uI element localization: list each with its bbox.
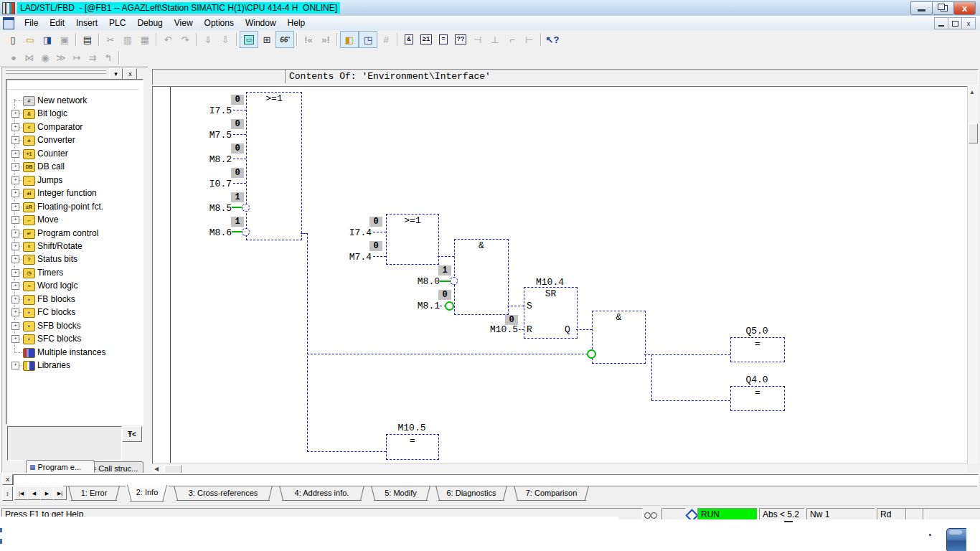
- insert-assign-button[interactable]: =: [435, 32, 452, 47]
- set-breakpoint-button[interactable]: ●: [6, 50, 22, 65]
- save-button[interactable]: ▣: [56, 32, 73, 47]
- overview-pane-button[interactable]: ◧: [340, 31, 359, 48]
- operand-M8.6[interactable]: M8.6: [192, 227, 232, 238]
- breakpoints-active-button[interactable]: ◉: [37, 50, 53, 65]
- vertical-scroll-thumb[interactable]: [969, 123, 978, 143]
- program-elements-button[interactable]: ▭: [240, 31, 258, 48]
- operand-M8.5[interactable]: M8.5: [192, 203, 232, 214]
- sidebar-item-fc-blocks[interactable]: +▪FC blocks: [9, 306, 143, 319]
- sidebar-item-new-network[interactable]: #New network: [9, 94, 143, 107]
- help-select-button[interactable]: ↖?: [544, 32, 561, 47]
- expand-plus-icon[interactable]: +: [11, 176, 19, 184]
- sidebar-item-integer-function[interactable]: +±IInteger function: [9, 187, 143, 199]
- insert-and-box-button[interactable]: &: [400, 32, 418, 47]
- insert-or-box-button[interactable]: ≥1: [418, 32, 435, 47]
- and-block-2[interactable]: &: [592, 311, 646, 364]
- expand-plus-icon[interactable]: +: [11, 216, 19, 224]
- horizontal-scrollbar[interactable]: ◀: [152, 463, 967, 474]
- operand-M7.4[interactable]: M7.4: [331, 252, 372, 263]
- print-button[interactable]: ▤: [79, 32, 96, 47]
- symbol-representation-button[interactable]: ⊞: [258, 32, 275, 47]
- expand-plus-icon[interactable]: +: [11, 203, 19, 211]
- tab-previous-button[interactable]: ◀: [27, 486, 41, 500]
- delete-breakpoints-button[interactable]: ⋈: [22, 50, 37, 65]
- assign-block-q4[interactable]: =: [730, 386, 785, 411]
- operand-M8.2[interactable]: M8.2: [192, 154, 232, 165]
- sidebar-item-shift-rotate[interactable]: +«Shift/Rotate: [9, 240, 143, 253]
- operand-M8.1[interactable]: M8.1: [400, 301, 440, 311]
- menu-debug[interactable]: Debug: [131, 16, 168, 30]
- goto-previous-error-button[interactable]: !«: [300, 32, 317, 47]
- expand-plus-icon[interactable]: +: [11, 309, 19, 316]
- restore-button[interactable]: [932, 1, 954, 15]
- tab-address-info[interactable]: 4: Address info.: [278, 486, 366, 501]
- menu-plc[interactable]: PLC: [103, 16, 131, 30]
- insert-empty-box-button[interactable]: ??: [452, 32, 469, 47]
- expand-plus-icon[interactable]: +: [11, 242, 19, 250]
- tab-last-button[interactable]: ▶|: [53, 486, 67, 500]
- sidebar-item-jumps[interactable]: +→Jumps: [9, 174, 143, 187]
- mdi-window-icon[interactable]: [3, 17, 14, 29]
- sidebar-item-multiple-instances[interactable]: Multiple instances: [9, 346, 143, 359]
- operand-M7.5[interactable]: M7.5: [192, 130, 232, 141]
- binary-input-button[interactable]: ⊣: [469, 32, 486, 47]
- sidebar-item-counter[interactable]: ++1Counter: [9, 147, 143, 160]
- expand-plus-icon[interactable]: +: [11, 110, 19, 118]
- sidebar-item-bit-logic[interactable]: +&Bit logic: [9, 107, 143, 120]
- sidebar-item-comparator[interactable]: +<Comparator: [9, 121, 143, 133]
- panel-combo-button[interactable]: ▾: [109, 68, 123, 80]
- or-block-2[interactable]: >=1: [386, 214, 439, 265]
- operand-I7.5[interactable]: I7.5: [192, 105, 232, 116]
- new-document-button[interactable]: ▯: [4, 32, 22, 47]
- tab-error[interactable]: 1: Error: [67, 486, 121, 501]
- expand-plus-icon[interactable]: +: [11, 189, 19, 197]
- tab-program-elements[interactable]: ▦Program e...: [26, 460, 95, 473]
- minimize-button[interactable]: [910, 1, 933, 15]
- new-network-button[interactable]: #: [377, 32, 395, 47]
- mdi-restore-button[interactable]: [948, 17, 962, 29]
- palette-corner-button[interactable]: Ŧ<: [122, 426, 142, 442]
- sidebar-item-libraries[interactable]: +Libraries: [9, 359, 143, 372]
- menu-window[interactable]: Window: [240, 16, 282, 30]
- q5-address[interactable]: Q5.0: [730, 326, 783, 336]
- tab-first-button[interactable]: |◀: [14, 486, 28, 500]
- tab-info[interactable]: 2: Info: [126, 485, 169, 501]
- scroll-up-icon[interactable]: ▲: [969, 89, 975, 95]
- expand-plus-icon[interactable]: +: [11, 136, 19, 144]
- expand-plus-icon[interactable]: +: [11, 230, 19, 237]
- expand-plus-icon[interactable]: +: [11, 296, 19, 303]
- sidebar-item-program-control[interactable]: +↵Program control: [9, 227, 143, 240]
- menu-options[interactable]: Options: [199, 16, 240, 30]
- sidebar-item-timers[interactable]: +◷Timers: [9, 266, 143, 279]
- message-panel-close-button[interactable]: x: [2, 474, 13, 485]
- sr-address[interactable]: M10.4: [524, 277, 576, 288]
- sidebar-item-status-bits[interactable]: +?Status bits: [9, 253, 143, 265]
- sidebar-item-move[interactable]: +↔Move: [9, 213, 143, 226]
- expand-plus-icon[interactable]: +: [11, 163, 19, 171]
- close-button[interactable]: x: [953, 1, 976, 15]
- assign-block-q5[interactable]: =: [730, 337, 785, 362]
- paste-button[interactable]: ▦: [136, 32, 154, 47]
- m105-address[interactable]: M10.5: [386, 423, 438, 433]
- sidebar-item-db-call[interactable]: +DBDB call: [9, 160, 143, 173]
- tab-comparison[interactable]: 7: Comparison: [512, 486, 590, 501]
- open-call-button[interactable]: ↰: [100, 50, 116, 65]
- tab-modify[interactable]: 5: Modify: [369, 486, 432, 501]
- expand-plus-icon[interactable]: +: [11, 150, 19, 158]
- open-branch-button[interactable]: ⌐: [504, 32, 521, 47]
- download-connections-button[interactable]: ⇓: [199, 32, 217, 47]
- panel-splitter-button[interactable]: ↕: [2, 486, 13, 501]
- tab-cross-references[interactable]: 3: Cross-references: [172, 486, 274, 501]
- redo-button[interactable]: ↷: [176, 32, 194, 47]
- sidebar-item-converter[interactable]: +±Converter: [9, 133, 143, 146]
- panel-close-button[interactable]: x: [123, 68, 137, 80]
- detail-pane-button[interactable]: ◳: [359, 31, 377, 48]
- expand-plus-icon[interactable]: +: [11, 335, 19, 343]
- close-branch-button[interactable]: ⊢: [521, 32, 538, 47]
- mdi-close-button[interactable]: x: [961, 17, 976, 29]
- expand-plus-icon[interactable]: +: [11, 282, 19, 290]
- sidebar-item-word-logic[interactable]: +≡Word logic: [9, 279, 143, 292]
- goto-next-error-button[interactable]: »!: [317, 32, 334, 47]
- negate-input-button[interactable]: ⊥: [486, 32, 504, 47]
- menu-view[interactable]: View: [169, 16, 199, 30]
